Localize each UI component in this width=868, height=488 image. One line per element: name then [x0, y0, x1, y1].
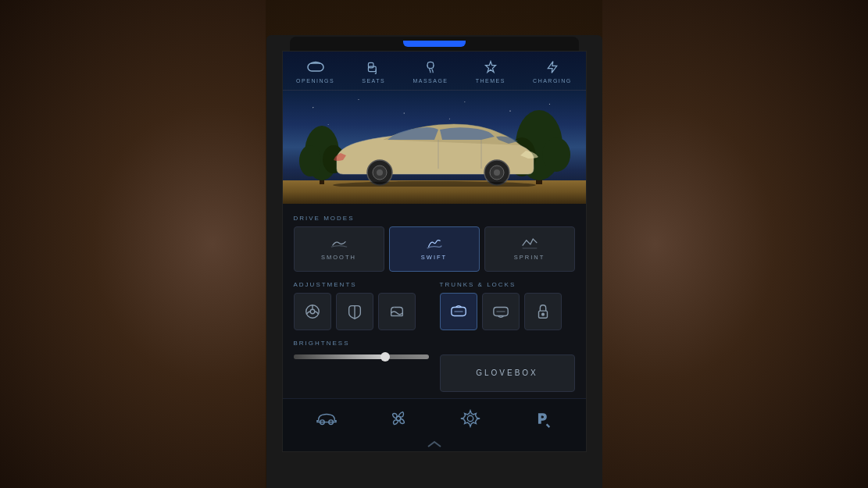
seats-label: SEATS: [362, 78, 385, 84]
svg-text:P: P: [538, 411, 546, 426]
brightness-thumb: [380, 352, 390, 362]
top-navigation: OPENINGS SEATS MASSAGE THEMES: [283, 52, 586, 91]
steering-icon: [304, 303, 321, 320]
screen-wrapper: OPENINGS SEATS MASSAGE THEMES: [282, 37, 587, 452]
massage-label: MASSAGE: [413, 78, 448, 84]
charging-label: CHARGING: [533, 78, 572, 84]
frunk-icon: [450, 303, 467, 320]
nav-openings[interactable]: OPENINGS: [296, 59, 334, 84]
swift-icon: [426, 237, 443, 250]
svg-point-29: [541, 313, 544, 315]
chevron-up-icon: [427, 440, 442, 448]
nav-charging[interactable]: CHARGING: [533, 59, 572, 84]
sprint-label: SPRINT: [514, 254, 545, 261]
mode-swift[interactable]: SWIFT: [389, 226, 480, 272]
seat-left: [0, 0, 266, 488]
themes-icon: [480, 59, 502, 75]
svg-marker-4: [548, 61, 556, 73]
brightness-glovebox-row: BRIGHTNESS GLOVEBOX: [294, 340, 575, 392]
bottom-settings-icon: [460, 408, 480, 429]
bottom-settings-btn[interactable]: [443, 403, 498, 434]
svg-point-17: [377, 169, 383, 176]
suspension-btn[interactable]: [378, 293, 416, 330]
glovebox-section: GLOVEBOX: [440, 340, 575, 392]
svg-point-33: [467, 415, 473, 421]
seats-icon: [363, 59, 384, 75]
bottom-bar: P: [283, 398, 586, 439]
seat-right: [602, 0, 868, 488]
bottom-car-icon: [316, 408, 337, 429]
trunks-locks-row: [440, 293, 575, 330]
charging-icon: [541, 59, 563, 75]
car-display-inner: [283, 91, 586, 204]
car-display: [283, 91, 586, 204]
main-screen: OPENINGS SEATS MASSAGE THEMES: [282, 51, 587, 452]
glovebox-button[interactable]: GLOVEBOX: [440, 354, 575, 392]
bottom-car-btn[interactable]: [299, 403, 354, 434]
svg-rect-1: [369, 66, 377, 72]
svg-point-20: [494, 169, 500, 176]
trunks-locks-label: TRUNKS & LOCKS: [440, 281, 575, 288]
mode-smooth[interactable]: SMOOTH: [294, 226, 384, 272]
adjustments-section: ADJUSTMENTS: [294, 281, 429, 330]
suspension-icon: [388, 303, 405, 320]
sprint-icon: [521, 237, 538, 250]
content-area: DRIVE MODES SMOOTH SWI: [283, 204, 586, 398]
bottom-fan-btn[interactable]: [371, 403, 426, 434]
brightness-fill: [294, 354, 386, 359]
brightness-section: BRIGHTNESS: [294, 340, 429, 392]
brightness-slider[interactable]: [294, 354, 429, 359]
screen-notch: [403, 41, 466, 47]
swift-label: SWIFT: [421, 254, 447, 261]
screen-top-bezel: [290, 37, 579, 51]
nav-themes[interactable]: THEMES: [476, 59, 505, 84]
svg-marker-3: [485, 61, 495, 72]
openings-label: OPENINGS: [296, 78, 334, 84]
two-col-section: ADJUSTMENTS: [294, 281, 575, 330]
car-silhouette-icon: [313, 118, 555, 187]
adjustments-label: ADJUSTMENTS: [294, 281, 429, 288]
mode-sprint[interactable]: SPRINT: [484, 226, 575, 272]
adjustments-row: [294, 293, 429, 330]
nav-seats[interactable]: SEATS: [362, 59, 385, 84]
openings-icon: [305, 59, 327, 75]
frunk-btn[interactable]: [440, 293, 477, 330]
massage-icon: [420, 59, 441, 75]
themes-label: THEMES: [476, 78, 505, 84]
drive-modes-row: SMOOTH SWIFT SPRINT: [294, 226, 575, 272]
drive-modes-section: DRIVE MODES SMOOTH SWI: [294, 215, 575, 272]
trunks-locks-section: TRUNKS & LOCKS: [440, 281, 575, 330]
bottom-fan-icon: [388, 408, 409, 429]
glovebox-label: GLOVEBOX: [476, 369, 538, 377]
bottom-parking-icon: P: [532, 408, 552, 429]
smooth-icon: [330, 237, 348, 250]
svg-point-24: [310, 309, 315, 314]
lock-btn[interactable]: [524, 293, 562, 330]
lock-icon: [534, 303, 552, 320]
svg-rect-0: [308, 63, 323, 71]
trunk-icon: [492, 303, 509, 320]
bottom-parking-btn[interactable]: P: [515, 403, 570, 434]
smooth-label: SMOOTH: [321, 254, 356, 261]
mirror-icon: [346, 303, 363, 320]
drive-modes-label: DRIVE MODES: [294, 215, 575, 222]
brightness-label: BRIGHTNESS: [294, 340, 429, 347]
mirror-btn[interactable]: [336, 293, 373, 330]
trunk-btn[interactable]: [482, 293, 520, 330]
nav-massage[interactable]: MASSAGE: [413, 59, 448, 84]
steering-btn[interactable]: [294, 293, 331, 330]
